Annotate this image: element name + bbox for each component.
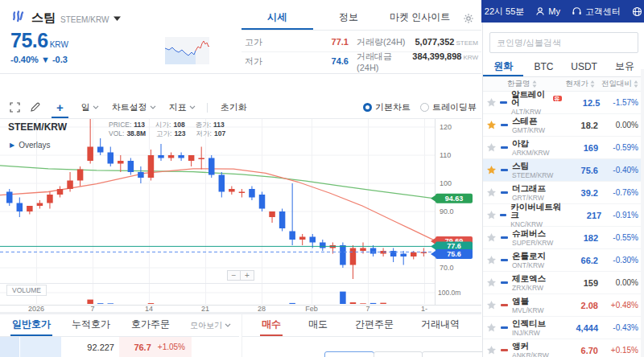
price-chart[interactable]: 20267142128Feb71-12011010090.070.0100.0m… bbox=[0, 119, 481, 312]
tab-마켓 인사이트[interactable]: 마켓 인사이트 bbox=[384, 6, 456, 30]
fullscreen-icon[interactable] bbox=[10, 102, 20, 113]
ask-change: +1.05% bbox=[158, 343, 185, 351]
current-price-block: 75.6KRW -0.40% ▼ -0.3 bbox=[10, 29, 68, 64]
favorite-star-icon[interactable] bbox=[487, 323, 497, 332]
coin-price: 217 bbox=[564, 211, 601, 220]
coin-search-input[interactable]: 코인명/심볼검색 bbox=[489, 32, 638, 53]
coin-row-INJ/KRW[interactable]: 인젝티브INJ/KRW4,444-0.43% bbox=[483, 317, 644, 339]
collapse-view-dropdown[interactable]: 모아보기 bbox=[190, 320, 231, 331]
crosshair-plus-tool[interactable]: + bbox=[52, 101, 68, 114]
overlays-toggle[interactable]: ▶ Overlays bbox=[10, 141, 51, 150]
coin-korean-name: 아캄 bbox=[512, 139, 550, 148]
mini-chart-icon[interactable] bbox=[501, 349, 508, 351]
mini-sparkline-chart bbox=[165, 37, 209, 64]
mini-chart-icon[interactable] bbox=[501, 236, 508, 239]
coin-change: -0.91% bbox=[601, 211, 644, 220]
volume-pane-label: VOLUME bbox=[6, 285, 47, 296]
market-tab-보유[interactable]: 보유 bbox=[605, 58, 644, 76]
mini-chart-icon[interactable] bbox=[501, 146, 508, 149]
market-tab-BTC[interactable]: BTC bbox=[523, 58, 564, 76]
zoom-in-button[interactable]: + bbox=[241, 270, 254, 281]
sidebar-scrollbar[interactable] bbox=[641, 69, 644, 357]
coin-row-GRT/KRW[interactable]: 더그래프GRT/KRW39.2-0.76% bbox=[483, 182, 644, 204]
price-currency: KRW bbox=[50, 40, 68, 49]
tab-누적호가[interactable]: 누적호가 bbox=[70, 314, 112, 336]
mini-chart-icon[interactable] bbox=[501, 326, 508, 329]
favorite-star-icon[interactable] bbox=[487, 278, 497, 287]
favorite-star-icon[interactable] bbox=[487, 98, 497, 107]
coin-row-ONT/KRW[interactable]: 온톨로지ONT/KRW66.2-0.30% bbox=[483, 249, 644, 272]
mini-chart-icon[interactable] bbox=[501, 124, 508, 126]
chart-settings-dropdown[interactable]: 차트설정 bbox=[112, 101, 156, 113]
coin-row-SUPER/KRW[interactable]: 슈퍼버스SUPER/KRW182-0.55% bbox=[483, 227, 644, 249]
coin-row-ANKR/KRW[interactable]: 앵커ANKR/KRW6.70+0.15% bbox=[483, 339, 644, 357]
favorite-star-icon[interactable] bbox=[487, 143, 497, 152]
coin-row-MVL/KRW[interactable]: 엠블MVL/KRW2.08+0.48% bbox=[483, 294, 644, 317]
favorite-star-icon[interactable] bbox=[487, 188, 497, 197]
mini-chart-icon[interactable] bbox=[500, 101, 507, 104]
coin-title[interactable]: 스팀 STEEM/KRW bbox=[10, 10, 121, 27]
favorite-star-icon[interactable] bbox=[487, 233, 497, 242]
tab-일반호가[interactable]: 일반호가 bbox=[10, 314, 52, 336]
basic-chart-radio[interactable]: 기본차트 bbox=[363, 101, 411, 113]
column-header-한글명[interactable]: 한글명 bbox=[507, 79, 537, 89]
coin-price: 159 bbox=[558, 278, 598, 288]
mini-chart-icon[interactable] bbox=[501, 259, 508, 261]
chart-settings-gear[interactable] bbox=[456, 6, 481, 30]
favorite-star-icon[interactable] bbox=[487, 256, 497, 265]
zoom-out-button[interactable]: − bbox=[227, 270, 241, 281]
language-menu[interactable] bbox=[632, 6, 642, 17]
favorite-star-icon[interactable] bbox=[487, 121, 497, 129]
column-header-전일대비[interactable]: 전일대비 bbox=[595, 79, 644, 89]
mini-chart-icon[interactable] bbox=[501, 304, 508, 306]
support-menu[interactable]: 고객센터 bbox=[572, 6, 621, 18]
mini-chart-icon[interactable] bbox=[500, 214, 506, 216]
coin-row-GMT/KRW[interactable]: 스테픈GMT/KRW18.20.00% bbox=[483, 114, 644, 137]
favorite-star-icon[interactable] bbox=[487, 211, 497, 220]
tab-정보[interactable]: 정보 bbox=[313, 6, 385, 30]
ask-quantity[interactable]: 92.227 bbox=[62, 337, 119, 357]
coin-change: -0.55% bbox=[598, 233, 644, 242]
order-type-segmented bbox=[324, 351, 485, 357]
indicators-dropdown[interactable]: 지표 bbox=[169, 101, 196, 113]
coin-dropdown-icon[interactable] bbox=[114, 16, 121, 21]
tab-간편주문[interactable]: 간편주문 bbox=[353, 314, 395, 336]
coin-row-ZRX/KRW[interactable]: 제로엑스ZRX/KRW1590.00% bbox=[483, 272, 644, 294]
legend-field: PRICE:113 bbox=[109, 121, 145, 129]
tradingview-radio[interactable]: 트레이딩뷰 bbox=[420, 101, 477, 113]
coin-korean-name: 스팀 bbox=[512, 162, 553, 170]
tab-호가주문[interactable]: 호가주문 bbox=[130, 314, 171, 336]
market-tab-원화[interactable]: 원화 bbox=[483, 58, 523, 76]
market-tab-USDT[interactable]: USDT bbox=[564, 58, 605, 76]
mini-chart-icon[interactable] bbox=[501, 169, 508, 171]
period-dropdown[interactable]: 일 bbox=[81, 101, 99, 113]
coin-change: -0.76% bbox=[598, 188, 644, 197]
my-menu[interactable]: My bbox=[535, 6, 560, 16]
tab-거래내역[interactable]: 거래내역 bbox=[419, 314, 461, 336]
column-header-현재가[interactable]: 현재가 bbox=[548, 79, 595, 89]
favorite-star-icon[interactable] bbox=[487, 346, 497, 355]
favorite-star-icon[interactable] bbox=[487, 301, 497, 310]
coin-row-ARKM/KRW[interactable]: 아캄ARKM/KRW169-0.59% bbox=[483, 137, 644, 159]
orderbook-row: 92.227 76.7 +1.05% bbox=[0, 337, 239, 357]
coin-name: 스팀 bbox=[31, 10, 56, 26]
order-type-option[interactable] bbox=[324, 351, 374, 357]
svg-text:75.6: 75.6 bbox=[447, 250, 461, 258]
coin-price: 66.2 bbox=[558, 256, 598, 265]
coin-row-STEEM/KRW[interactable]: 스팀STEEM/KRW75.6-0.40% bbox=[483, 159, 644, 182]
tab-시세[interactable]: 시세 bbox=[242, 6, 313, 30]
draw-tool-icon[interactable] bbox=[30, 102, 40, 113]
coin-row-ALT/KRW[interactable]: 알트레이어유ALT/KRW12.5-1.57% bbox=[483, 92, 644, 114]
coin-row-KNC/KRW[interactable]: 카이버네트워크KNC/KRW217-0.91% bbox=[483, 204, 644, 227]
mini-chart-icon[interactable] bbox=[501, 191, 508, 194]
order-type-option[interactable] bbox=[422, 351, 485, 357]
favorite-star-icon[interactable] bbox=[487, 166, 497, 174]
reset-button[interactable]: 초기화 bbox=[221, 101, 247, 113]
tab-매도[interactable]: 매도 bbox=[307, 314, 329, 336]
tab-매수[interactable]: 매수 bbox=[260, 314, 283, 336]
ask-price-cell[interactable]: 76.7 +1.05% bbox=[119, 337, 192, 357]
coin-pair-code: ALT/KRW bbox=[511, 109, 562, 116]
order-type-option[interactable] bbox=[374, 351, 423, 357]
chevron-down-icon bbox=[93, 105, 99, 109]
mini-chart-icon[interactable] bbox=[501, 281, 508, 284]
